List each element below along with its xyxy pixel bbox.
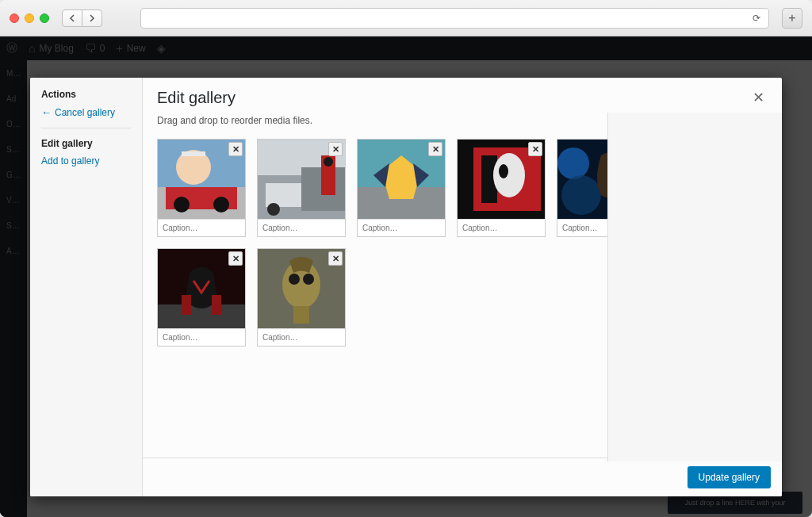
- svg-point-6: [213, 197, 229, 213]
- cancel-gallery-label: Cancel gallery: [55, 107, 115, 118]
- gallery-item[interactable]: ✕: [457, 139, 546, 237]
- remove-item-button[interactable]: ✕: [528, 142, 542, 156]
- forward-button[interactable]: [82, 10, 102, 27]
- modal-title: Edit gallery: [157, 89, 236, 107]
- reload-icon[interactable]: ⟳: [753, 13, 760, 24]
- gallery-item[interactable]: ✕: [257, 248, 346, 347]
- close-icon: ✕: [232, 144, 239, 155]
- caption-input[interactable]: [458, 220, 545, 236]
- svg-rect-36: [293, 306, 309, 324]
- caption-input[interactable]: [158, 220, 245, 236]
- gallery-item[interactable]: ✕: [157, 248, 246, 347]
- remove-item-button[interactable]: ✕: [328, 251, 343, 266]
- attachment-details-panel: [607, 131, 782, 458]
- maximize-window-button[interactable]: [40, 13, 49, 23]
- chevron-right-icon: [89, 14, 95, 22]
- close-window-button[interactable]: [10, 13, 19, 23]
- gallery-thumbnail[interactable]: ✕: [258, 249, 345, 328]
- edit-gallery-heading: Edit gallery: [41, 138, 131, 149]
- media-modal: Actions ← Cancel gallery Edit gallery Ad…: [30, 78, 782, 496]
- arrow-left-icon: ←: [41, 106, 52, 118]
- actions-heading: Actions: [41, 89, 131, 100]
- gallery-item[interactable]: ✕: [157, 139, 246, 237]
- svg-point-22: [561, 175, 601, 215]
- plus-icon: +: [788, 11, 795, 25]
- svg-point-18: [493, 153, 525, 197]
- svg-point-19: [499, 164, 508, 178]
- close-icon: ✕: [232, 254, 239, 264]
- gallery-thumbnail[interactable]: ✕: [158, 140, 245, 219]
- close-icon: ✕: [332, 254, 339, 264]
- caption-input[interactable]: [358, 220, 445, 236]
- close-modal-button[interactable]: ✕: [749, 89, 768, 106]
- back-button[interactable]: [62, 10, 82, 27]
- gallery-thumbnail[interactable]: ✕: [158, 249, 245, 328]
- remove-item-button[interactable]: ✕: [328, 142, 343, 156]
- svg-rect-12: [266, 183, 301, 207]
- caption-input[interactable]: [258, 329, 345, 346]
- svg-point-34: [289, 274, 300, 285]
- modal-footer: Update gallery: [143, 458, 782, 496]
- gallery-thumbnail[interactable]: ✕: [458, 140, 545, 219]
- svg-point-21: [557, 147, 589, 179]
- svg-point-5: [174, 197, 190, 213]
- close-icon: ✕: [532, 144, 539, 155]
- add-to-gallery-link[interactable]: Add to gallery: [41, 155, 131, 167]
- browser-chrome: ⟳ +: [0, 0, 812, 36]
- new-tab-button[interactable]: +: [782, 8, 802, 29]
- modal-main: Edit gallery ✕ Drag and drop to reorder …: [143, 78, 782, 496]
- viewport: ⓦ ⌂ My Blog 🗨 0 + New ◈ M… Ad O… S… G…: [0, 36, 812, 517]
- close-icon: ✕: [432, 144, 439, 155]
- gallery-item[interactable]: ✕: [357, 139, 446, 237]
- svg-rect-31: [212, 295, 221, 315]
- url-bar[interactable]: ⟳: [140, 8, 769, 29]
- update-gallery-button[interactable]: Update gallery: [688, 466, 771, 488]
- gallery-thumbnail[interactable]: ✕: [358, 140, 445, 219]
- traffic-lights: [10, 13, 49, 23]
- remove-item-button[interactable]: ✕: [428, 142, 442, 156]
- remove-item-button[interactable]: ✕: [228, 251, 243, 266]
- svg-point-13: [267, 203, 280, 216]
- chevron-left-icon: [69, 14, 75, 22]
- gallery-item[interactable]: ✕: [257, 139, 346, 237]
- svg-rect-3: [182, 151, 205, 156]
- modal-header: Edit gallery ✕: [143, 78, 782, 115]
- svg-rect-30: [182, 295, 191, 315]
- minimize-window-button[interactable]: [25, 13, 34, 23]
- cancel-gallery-link[interactable]: ← Cancel gallery: [41, 106, 131, 128]
- nav-buttons: [62, 10, 102, 27]
- modal-sidebar: Actions ← Cancel gallery Edit gallery Ad…: [30, 78, 143, 496]
- svg-point-35: [303, 274, 314, 285]
- caption-input[interactable]: [258, 220, 345, 236]
- remove-item-button[interactable]: ✕: [228, 142, 243, 156]
- close-icon: ✕: [753, 90, 764, 105]
- browser-window: ⟳ + ⓦ ⌂ My Blog 🗨 0 + New ◈ M…: [0, 0, 812, 517]
- close-icon: ✕: [332, 144, 339, 155]
- gallery-thumbnail[interactable]: ✕: [258, 140, 345, 219]
- caption-input[interactable]: [158, 329, 245, 346]
- svg-point-11: [324, 157, 333, 167]
